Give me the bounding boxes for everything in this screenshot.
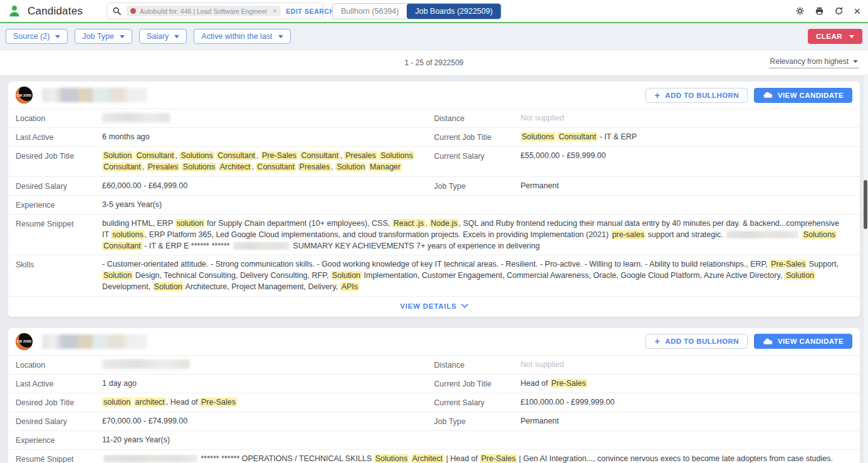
- chip-remove-icon[interactable]: ×: [273, 7, 278, 15]
- current-salary-value: £100,000.00 - £999,999.00: [521, 396, 853, 408]
- resume-snippet-value: ****** ****** OPERATIONS / TECHNICAL SKI…: [102, 453, 852, 463]
- view-candidate-button[interactable]: VIEW CANDIDATE: [754, 88, 852, 103]
- redacted-candidate-name: [42, 88, 147, 102]
- search-chip[interactable]: Autobuild for: 446 | Lead Software Engin…: [127, 6, 281, 16]
- filter-job-type-label: Job Type: [82, 32, 114, 41]
- chevron-down-icon: [174, 35, 179, 38]
- field-label: Job Type: [434, 180, 521, 192]
- field-row: Desired Job Title Solution Consultant, S…: [8, 146, 860, 176]
- job-type-value: Permanent: [521, 180, 853, 192]
- view-details-label: VIEW DETAILS: [400, 302, 457, 310]
- skills-value: - Customer-orientated attitude. - Strong…: [102, 258, 852, 292]
- field-row: Last Active 1 day ago Current Job Title …: [8, 374, 860, 393]
- search-box[interactable]: Autobuild for: 446 | Lead Software Engin…: [107, 3, 323, 19]
- results-list: CW JOBS + ADD TO BULLHORN VIEW CANDIDATE…: [0, 75, 868, 463]
- field-label: Distance: [434, 359, 521, 371]
- results-toolbar: 1 - 25 of 2922509 Relevancy from highest: [0, 50, 868, 75]
- field-row: Desired Salary £70,000.00 - £74,999.00 J…: [8, 412, 860, 430]
- view-candidate-button[interactable]: VIEW CANDIDATE: [754, 334, 852, 349]
- chevron-down-icon: [278, 35, 283, 38]
- field-label: Job Type: [434, 415, 521, 427]
- bullhorn-icon: [763, 92, 773, 98]
- field-row: Location Distance Not supplied: [8, 109, 860, 127]
- filter-salary-dropdown[interactable]: Salary: [139, 29, 187, 44]
- filter-bar: Source (2) Job Type Salary Active within…: [0, 23, 868, 50]
- plus-icon: +: [654, 92, 660, 99]
- cwjobs-logo-icon: CW JOBS: [16, 333, 33, 350]
- page-title: Candidates: [28, 5, 83, 18]
- current-salary-value: £55,000.00 - £59,999.00: [521, 150, 853, 173]
- card-actions: + ADD TO BULLHORN VIEW CANDIDATE: [646, 88, 852, 103]
- scrollbar-thumb[interactable]: [864, 180, 867, 229]
- field-label: Last Active: [16, 378, 102, 390]
- view-candidate-label: VIEW CANDIDATE: [778, 92, 844, 99]
- redacted-location: [102, 359, 190, 369]
- experience-value: 3-5 years Year(s): [102, 199, 852, 211]
- field-row: Desired Job Title solution architect, He…: [8, 393, 860, 412]
- field-row: Experience 11-20 years Year(s): [8, 430, 860, 449]
- avatar-source-label: CW JOBS: [17, 339, 31, 343]
- field-label: Location: [16, 112, 102, 124]
- cwjobs-logo-icon: CW JOBS: [16, 87, 33, 104]
- field-label: Resumé Snippet: [16, 453, 102, 463]
- edit-search-label: EDIT SEARCH: [286, 8, 335, 15]
- current-job-title-value: Solutions Consultant - IT & ERP: [521, 131, 853, 143]
- field-row: Resumé Snippet ****** ****** OPERATIONS …: [8, 449, 860, 463]
- plus-icon: +: [654, 338, 660, 345]
- filter-active-within-label: Active within the last: [201, 32, 272, 41]
- card-header: CW JOBS + ADD TO BULLHORN VIEW CANDIDATE: [8, 82, 860, 109]
- desired-salary-value: £60,000.00 - £64,999.00: [102, 180, 434, 192]
- chevron-down-icon: [849, 35, 854, 38]
- desired-job-title-value: solution architect, Head of Pre-Sales: [102, 396, 434, 408]
- source-tabs: Bullhorn (56394) Job Boards (2922509): [332, 3, 501, 19]
- search-chip-label: Autobuild for: 446 | Lead Software Engin…: [140, 8, 268, 15]
- field-label: Current Salary: [434, 150, 521, 173]
- add-to-bullhorn-button[interactable]: + ADD TO BULLHORN: [646, 334, 748, 349]
- field-label: Experience: [16, 199, 102, 211]
- view-details-button[interactable]: VIEW DETAILS: [8, 296, 860, 317]
- filter-job-type-dropdown[interactable]: Job Type: [75, 29, 132, 44]
- printer-icon[interactable]: [815, 6, 824, 16]
- field-row: Experience 3-5 years Year(s): [8, 195, 860, 214]
- field-row: Skills - Customer-orientated attitude. -…: [8, 255, 860, 295]
- sort-label: Relevancy from highest: [770, 57, 849, 66]
- add-to-bullhorn-button[interactable]: + ADD TO BULLHORN: [646, 88, 748, 103]
- refresh-icon[interactable]: [834, 6, 844, 16]
- job-type-value: Permanent: [521, 415, 853, 427]
- chevron-down-icon: [853, 60, 858, 63]
- filter-source-label: Source (2): [13, 32, 50, 41]
- field-label: Experience: [16, 434, 102, 446]
- field-label: Current Salary: [434, 396, 521, 408]
- field-row: Desired Salary £60,000.00 - £64,999.00 J…: [8, 176, 860, 195]
- bullhorn-icon: [763, 338, 773, 345]
- sort-select[interactable]: Relevancy from highest: [769, 57, 859, 68]
- pagination-status: 1 - 25 of 2922509: [404, 58, 463, 67]
- field-label: Desired Salary: [16, 415, 102, 427]
- field-label: Desired Salary: [16, 180, 102, 192]
- candidate-card: CW JOBS + ADD TO BULLHORN VIEW CANDIDATE…: [8, 328, 860, 463]
- app-header: Candidates Autobuild for: 446 | Lead Sof…: [0, 0, 868, 23]
- filter-source-dropdown[interactable]: Source (2): [6, 29, 68, 44]
- close-icon[interactable]: ×: [854, 5, 860, 17]
- tab-bullhorn[interactable]: Bullhorn (56394): [333, 4, 407, 19]
- field-label: Resumé Snippet: [16, 218, 102, 252]
- distance-value: Not supplied: [521, 112, 853, 124]
- gear-icon[interactable]: [795, 6, 805, 16]
- clear-filters-button[interactable]: CLEAR: [808, 29, 862, 44]
- field-label: Skills: [16, 258, 102, 292]
- clear-label: CLEAR: [816, 33, 842, 40]
- field-row: Resumé Snippet building HTML, ERP soluti…: [8, 214, 860, 255]
- distance-value: Not supplied: [521, 359, 853, 371]
- last-active-value: 1 day ago: [102, 378, 434, 390]
- filter-active-within-dropdown[interactable]: Active within the last: [194, 29, 290, 44]
- chevron-down-icon: [55, 35, 60, 38]
- header-icons: ×: [795, 5, 860, 17]
- field-label: Desired Job Title: [16, 396, 102, 408]
- field-row: Last Active 6 months ago Current Job Tit…: [8, 127, 860, 146]
- field-label: Last Active: [16, 131, 102, 143]
- field-row: Location Distance Not supplied: [8, 355, 860, 374]
- card-header: CW JOBS + ADD TO BULLHORN VIEW CANDIDATE: [8, 328, 860, 355]
- resume-snippet-value: building HTML, ERP solution for Supply C…: [102, 218, 852, 252]
- tab-job-boards[interactable]: Job Boards (2922509): [407, 4, 501, 19]
- scrollbar-track[interactable]: [864, 74, 868, 463]
